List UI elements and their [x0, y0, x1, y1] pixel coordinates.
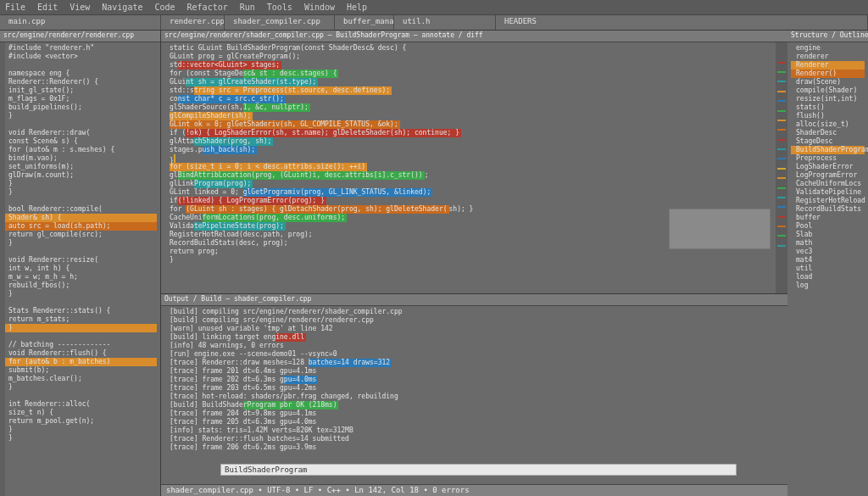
- code-line: engine: [791, 44, 865, 53]
- menu-item[interactable]: Help: [347, 3, 367, 12]
- menu-item[interactable]: Navigate: [102, 3, 142, 12]
- output-log-area[interactable]: [build] compiling src/engine/renderer/sh…: [161, 306, 787, 471]
- code-line: m_w = w; m_h = h;: [3, 273, 157, 281]
- code-line: CacheUniformLocs: [791, 180, 865, 188]
- code-line: init_gl_state();: [3, 86, 157, 95]
- minimap-mark: [777, 158, 786, 159]
- code-line: Pool: [791, 222, 865, 231]
- code-line: std::vector<GLuint> stages;: [164, 61, 784, 70]
- code-line: [trace] frame 206 dt=6.2ms gpu=3.9ms: [164, 443, 784, 452]
- highlight-span: (!linked) { LogProgramError(prog); }: [178, 197, 326, 205]
- editor-tab[interactable]: buffer_manager.h: [335, 15, 394, 30]
- code-line: #include <vector>: [3, 53, 157, 61]
- code-line: for (auto& m : s.meshes) {: [3, 146, 157, 154]
- center-bottom-output: Output / Build — shader_compiler.cpp [bu…: [161, 294, 787, 496]
- code-line: glAttachShader(prog, sh);: [164, 137, 784, 146]
- code-line: math: [791, 239, 865, 248]
- left-gutter[interactable]: [0, 42, 5, 496]
- menu-item[interactable]: Window: [304, 3, 335, 12]
- highlight-span: formLocations(prog, desc.uniforms);: [203, 214, 348, 222]
- code-line: GLint linked = 0; glGetProgramiv(prog, G…: [164, 188, 784, 197]
- highlight-span: glCompileShader(sh);: [170, 112, 253, 120]
- code-line: [build] compiling src/engine/renderer/re…: [164, 316, 784, 325]
- menu-item[interactable]: View: [70, 3, 90, 12]
- editor-tab[interactable]: renderer.cpp: [161, 15, 225, 30]
- code-line: GLint ok = 0; glGetShaderiv(sh, GL_COMPI…: [164, 120, 784, 129]
- minimap-mark: [777, 187, 786, 189]
- code-line: [trace] frame 205 dt=6.3ms gpu=4.0ms: [164, 418, 784, 426]
- code-line: [trace] frame 204 dt=9.8ms gpu=4.1ms: [164, 410, 784, 418]
- menu-item[interactable]: File: [5, 3, 25, 12]
- menu-item[interactable]: Tools: [267, 3, 292, 12]
- code-line: std::string src = Preprocess(st.source, …: [164, 86, 784, 95]
- code-line: }: [3, 188, 157, 197]
- code-line: [run] engine.exe --scene=demo01 --vsync=…: [164, 350, 784, 359]
- code-line: renderer: [791, 53, 865, 61]
- minimap-mark: [777, 100, 786, 102]
- highlight-span: 1, &c, nullptr);: [243, 103, 310, 112]
- code-line: [3, 332, 157, 341]
- left-editor-pane: src/engine/renderer/renderer.cpp #includ…: [0, 31, 161, 496]
- minimap-mark: [777, 71, 786, 73]
- menu-item[interactable]: Code: [154, 3, 175, 12]
- code-line: glDraw(m.count);: [3, 171, 157, 180]
- minimap-mark: [777, 148, 786, 150]
- code-line: if (!linked) { LogProgramError(prog); }: [164, 197, 784, 205]
- code-line: m_batches.clear();: [3, 375, 157, 383]
- highlight-span: BindAttribLocation(prog, (GLuint)i, desc…: [178, 171, 425, 180]
- code-line: Slab: [791, 231, 865, 239]
- code-line: rebuild_fbos();: [3, 281, 157, 290]
- code-line: size_t n) {: [3, 409, 157, 417]
- code-line: [info] stats: tris=1.42M verts=820K tex=…: [164, 426, 784, 435]
- code-line: [warn] unused variable 'tmp' at line 142: [164, 325, 784, 333]
- code-line: GLuint sh = glCreateShader(st.type);: [164, 78, 784, 86]
- minimap[interactable]: [776, 42, 787, 293]
- editor-tab[interactable]: main.cpp: [0, 15, 161, 30]
- code-line: RecordBuildStats: [791, 205, 865, 214]
- code-line: flush(): [791, 112, 865, 120]
- menu-item[interactable]: Refactor: [187, 3, 228, 12]
- code-line: for (const StageDesc& st : desc.stages) …: [164, 70, 784, 78]
- code-line: }: [3, 434, 157, 443]
- code-line: }: [3, 324, 157, 332]
- highlight-span: sc& st : desc.stages) {: [243, 70, 339, 78]
- highlight-span: for (size_t i = 0; i < desc.attribs.size…: [170, 163, 367, 171]
- editor-tab[interactable]: shader_compiler.cpp: [225, 15, 335, 30]
- menu-item[interactable]: Edit: [37, 3, 58, 12]
- code-line: return m_stats;: [3, 315, 157, 324]
- code-line: int Renderer::alloc(: [3, 400, 157, 409]
- code-line: Shader& sh) {: [3, 214, 157, 222]
- code-line: }: [3, 112, 157, 120]
- code-line: [trace] frame 203 dt=6.5ms gpu=4.2ms: [164, 384, 784, 393]
- left-pane-header: src/engine/renderer/renderer.cpp: [0, 31, 160, 42]
- code-line: // batching -------------: [3, 341, 157, 349]
- center-top-editor: src/engine/renderer/shader_compiler.cpp …: [161, 31, 787, 294]
- left-code-area[interactable]: #include "renderer.h"#include <vector>na…: [0, 42, 160, 453]
- code-line: #include "renderer.h": [3, 44, 157, 53]
- outline-tree[interactable]: engine renderer Renderer Renderer() draw…: [787, 42, 868, 292]
- editor-tab[interactable]: util.h: [394, 15, 496, 30]
- code-line: auto src = load(sh.path);: [3, 222, 157, 231]
- code-line: for (size_t i = 0; i < desc.attribs.size…: [164, 163, 784, 171]
- right-outline-pane: Structure / Outline engine renderer Rend…: [787, 31, 868, 496]
- minimap-mark: [777, 120, 786, 121]
- code-line: [info] 48 warnings, 0 errors: [164, 342, 784, 350]
- menu-item[interactable]: Run: [240, 3, 255, 12]
- editor-tab[interactable]: HEADERS: [496, 15, 868, 30]
- code-line: [build] BuildShaderProgram pbr OK (218ms…: [164, 401, 784, 410]
- center-bottom-header: Output / Build — shader_compiler.cpp: [161, 294, 787, 306]
- minimap-mark: [777, 216, 786, 218]
- code-line: mat4: [791, 256, 865, 265]
- code-line: }: [3, 239, 157, 248]
- code-line: StageDesc: [791, 137, 865, 146]
- code-line: [trace] hot-reload: shaders/pbr.frag cha…: [164, 393, 784, 401]
- highlight-span: ine.dll: [275, 333, 306, 342]
- center-split: src/engine/renderer/shader_compiler.cpp …: [161, 31, 787, 496]
- minimap-mark: [777, 110, 786, 112]
- code-line: buffer: [791, 214, 865, 222]
- code-line: log: [791, 281, 865, 290]
- search-input[interactable]: BuildShaderProgram: [220, 464, 737, 476]
- floating-preview-box[interactable]: [669, 209, 771, 249]
- code-line: stats(): [791, 103, 865, 112]
- code-line: [trace] Renderer::draw meshes=128 batche…: [164, 359, 784, 367]
